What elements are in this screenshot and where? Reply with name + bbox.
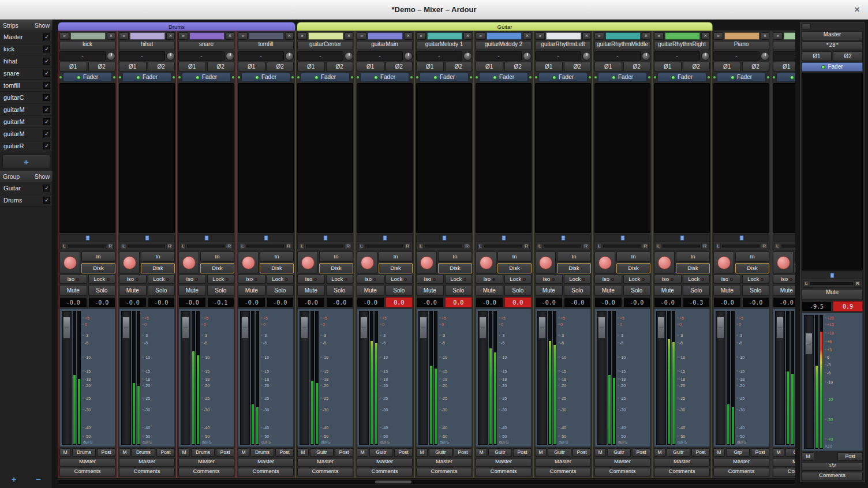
pan-track[interactable] [68,245,106,247]
gain-display[interactable]: -0.0 [654,297,682,307]
group-button[interactable]: Drums [72,448,96,457]
solo-lock-button[interactable]: Lock [445,275,473,284]
pan-track[interactable] [810,282,853,285]
comments-button[interactable]: Comments [535,468,591,476]
phase-2-button[interactable]: Ø2 [386,62,413,72]
group-button[interactable]: Guitr [369,448,393,457]
monitor-input-button[interactable]: In [141,251,175,262]
processor-box[interactable] [654,83,710,233]
monitor-disk-button[interactable]: Disk [379,263,413,273]
fader-handle[interactable] [717,317,724,339]
strip-hide-button[interactable]: × [285,32,294,40]
visible-checkbox[interactable]: ✓ [43,33,50,40]
panner[interactable]: L R [594,234,650,250]
peak-display[interactable]: -0.0 [88,297,116,307]
phase-2-button[interactable]: Ø2 [445,62,473,72]
record-enable-button[interactable] [594,251,615,273]
strip-list-row-guitarm[interactable]: guitarM ✓ [0,128,53,140]
fader-handle[interactable] [360,317,368,339]
gain-display[interactable]: -0.0 [476,297,503,307]
comments-button[interactable]: Comments [59,468,115,476]
processor-box[interactable] [59,83,115,233]
pan-handle[interactable] [383,235,387,241]
visible-checkbox[interactable]: ✓ [43,185,50,192]
peak-display[interactable]: -0.0 [148,297,175,307]
strip-color-swatch[interactable] [308,32,343,40]
solo-lock-button[interactable]: Lock [326,275,354,284]
gain-display[interactable]: -0.0 [773,297,795,307]
mute-button[interactable]: Mute [178,285,206,296]
record-enable-button[interactable] [476,251,496,273]
processor-box[interactable] [476,83,532,233]
master-mute-button[interactable]: Mute [802,289,863,300]
peak-display[interactable]: 0.0 [386,297,413,307]
phase-2-button[interactable]: Ø2 [504,62,532,72]
strip-list-row-snare[interactable]: snare ✓ [0,67,53,80]
solo-isolate-button[interactable]: Iso [594,275,622,284]
pan-width-track[interactable] [60,235,115,242]
mute-button[interactable]: Mute [357,285,384,296]
visible-checkbox[interactable]: ✓ [43,130,50,137]
strip-name-button[interactable]: guitarMelody 2 [476,41,532,50]
pan-track[interactable] [187,245,225,247]
master-gain-fader[interactable] [804,315,814,449]
solo-button[interactable]: Solo [683,285,710,296]
mute-button[interactable]: Mute [119,285,147,296]
processor-box[interactable] [416,83,472,233]
pan-width-track[interactable] [802,272,862,279]
gain-display[interactable]: -0.0 [59,297,87,307]
panner[interactable]: L R [357,234,413,250]
metering-point-button[interactable]: M [119,448,130,457]
group-button[interactable]: Guitr [429,448,452,457]
solo-button[interactable]: Solo [88,285,116,296]
strip-name-button[interactable]: guitarMain [357,41,413,50]
peak-display[interactable]: -0.0 [564,297,592,307]
panner[interactable]: L R [416,234,472,250]
fader-processor-button[interactable]: Fader [717,73,766,82]
output-button[interactable]: Master [535,458,591,467]
pan-position-track[interactable]: L R [476,242,531,250]
meter-position-button[interactable]: Post [573,448,591,457]
processor-box[interactable] [178,83,234,233]
panner[interactable]: L R [654,234,710,250]
gain-display[interactable]: -0.0 [238,297,265,307]
master-output-button[interactable]: 1/2 [802,462,863,471]
strip-hide-button[interactable]: × [761,32,769,40]
strip-name-button[interactable]: guitarRhythmLeft [535,41,591,50]
output-button[interactable]: Master [773,458,795,467]
metering-point-button[interactable]: M [357,448,368,457]
trim-display[interactable]: - [594,51,641,61]
master-meter-position-button[interactable]: Post [837,452,863,461]
monitor-disk-button[interactable]: Disk [260,263,294,273]
pan-track[interactable] [484,245,522,247]
meter-position-button[interactable]: Post [632,448,650,457]
pan-width-track[interactable] [654,235,709,242]
strip-narrow-button[interactable]: « [476,32,485,40]
phase-1-button[interactable]: Ø1 [416,62,444,72]
pan-track[interactable] [425,245,462,247]
phase-1-button[interactable]: Ø1 [238,62,265,72]
panner[interactable]: L R [297,234,353,250]
pan-track[interactable] [722,245,760,247]
peak-display[interactable]: -0.0 [742,297,770,307]
output-button[interactable]: Master [357,458,413,467]
strip-name-button[interactable]: guitarCenter [297,41,353,50]
visible-checkbox[interactable]: ✓ [43,142,50,149]
pan-handle[interactable] [502,235,506,241]
fader-handle[interactable] [182,317,189,339]
meter-position-button[interactable]: Post [691,448,710,457]
strip-color-swatch[interactable] [784,32,795,40]
master-phase-1-button[interactable]: Ø1 [802,51,832,61]
panner[interactable]: L R [119,234,175,250]
pan-position-track[interactable]: L R [298,242,353,250]
pan-width-track[interactable] [714,235,769,242]
solo-isolate-button[interactable]: Iso [654,275,682,284]
peak-display[interactable]: -0.3 [683,297,710,307]
panner[interactable]: L R [773,234,795,250]
visible-checkbox[interactable]: ✓ [43,82,50,89]
group-button[interactable]: Guitr [310,448,334,457]
solo-isolate-button[interactable]: Iso [713,275,741,284]
group-button[interactable]: Drums [250,448,274,457]
output-button[interactable]: Master [416,458,472,467]
solo-lock-button[interactable]: Lock [742,275,770,284]
